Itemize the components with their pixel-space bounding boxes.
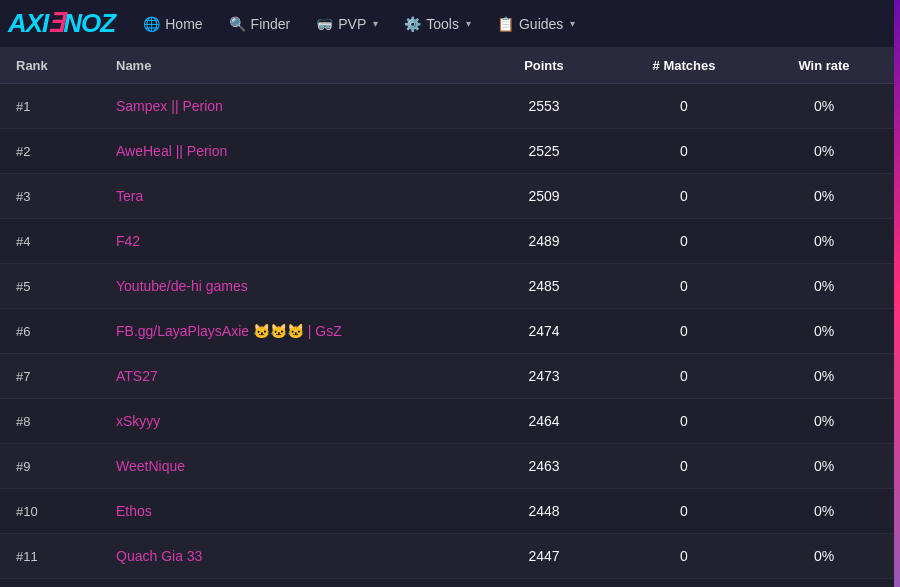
cell-matches: 0 bbox=[604, 368, 764, 384]
table-row: #12 Acasiox | spG 🐸 2446 0 0% bbox=[0, 579, 900, 587]
cell-matches: 0 bbox=[604, 143, 764, 159]
header-rank: Rank bbox=[16, 58, 116, 73]
cell-winrate: 0% bbox=[764, 98, 884, 114]
cell-rank: #1 bbox=[16, 99, 116, 114]
cell-matches: 0 bbox=[604, 548, 764, 564]
cell-points: 2473 bbox=[484, 368, 604, 384]
cell-rank: #4 bbox=[16, 234, 116, 249]
logo-part1: AXI bbox=[8, 8, 48, 38]
logo-part3: NOZ bbox=[63, 8, 115, 38]
cell-winrate: 0% bbox=[764, 143, 884, 159]
leaderboard-table: #1 Sampex || Perion 2553 0 0% #2 AweHeal… bbox=[0, 84, 900, 587]
cell-rank: #8 bbox=[16, 414, 116, 429]
cell-name[interactable]: F42 bbox=[116, 233, 484, 249]
cell-matches: 0 bbox=[604, 233, 764, 249]
cell-points: 2525 bbox=[484, 143, 604, 159]
cell-rank: #9 bbox=[16, 459, 116, 474]
nav-finder-label: Finder bbox=[251, 16, 291, 32]
cell-points: 2553 bbox=[484, 98, 604, 114]
cell-winrate: 0% bbox=[764, 188, 884, 204]
cell-rank: #11 bbox=[16, 549, 116, 564]
cell-rank: #2 bbox=[16, 144, 116, 159]
cell-name[interactable]: AweHeal || Perion bbox=[116, 143, 484, 159]
nav-pvp[interactable]: 🥽 PVP ▾ bbox=[304, 10, 390, 38]
cell-name[interactable]: FB.gg/LayaPlaysAxie 🐱🐱🐱 | GsZ bbox=[116, 323, 484, 339]
table-row: #3 Tera 2509 0 0% bbox=[0, 174, 900, 219]
table-row: #1 Sampex || Perion 2553 0 0% bbox=[0, 84, 900, 129]
cell-winrate: 0% bbox=[764, 233, 884, 249]
cell-points: 2485 bbox=[484, 278, 604, 294]
nav-guides[interactable]: 📋 Guides ▾ bbox=[485, 10, 587, 38]
cell-matches: 0 bbox=[604, 503, 764, 519]
cell-name[interactable]: Sampex || Perion bbox=[116, 98, 484, 114]
table-row: #5 Youtube/de-hi games 2485 0 0% bbox=[0, 264, 900, 309]
table-row: #4 F42 2489 0 0% bbox=[0, 219, 900, 264]
tools-chevron-icon: ▾ bbox=[466, 18, 471, 29]
cell-points: 2464 bbox=[484, 413, 604, 429]
tools-icon: ⚙️ bbox=[404, 16, 421, 32]
cell-matches: 0 bbox=[604, 458, 764, 474]
cell-winrate: 0% bbox=[764, 368, 884, 384]
finder-icon: 🔍 bbox=[229, 16, 246, 32]
cell-name[interactable]: ATS27 bbox=[116, 368, 484, 384]
cell-name[interactable]: Youtube/de-hi games bbox=[116, 278, 484, 294]
cell-matches: 0 bbox=[604, 278, 764, 294]
nav-tools-label: Tools bbox=[426, 16, 459, 32]
guides-icon: 📋 bbox=[497, 16, 514, 32]
header-matches: # Matches bbox=[604, 58, 764, 73]
home-icon: 🌐 bbox=[143, 16, 160, 32]
pvp-chevron-icon: ▾ bbox=[373, 18, 378, 29]
cell-rank: #3 bbox=[16, 189, 116, 204]
cell-rank: #5 bbox=[16, 279, 116, 294]
nav-guides-label: Guides bbox=[519, 16, 563, 32]
cell-name[interactable]: Ethos bbox=[116, 503, 484, 519]
cell-matches: 0 bbox=[604, 98, 764, 114]
cell-matches: 0 bbox=[604, 188, 764, 204]
cell-points: 2463 bbox=[484, 458, 604, 474]
cell-name[interactable]: Quach Gia 33 bbox=[116, 548, 484, 564]
cell-winrate: 0% bbox=[764, 413, 884, 429]
cell-winrate: 0% bbox=[764, 503, 884, 519]
logo-part2: Ǝ bbox=[48, 8, 63, 38]
cell-winrate: 0% bbox=[764, 548, 884, 564]
table-row: #9 WeetNique 2463 0 0% bbox=[0, 444, 900, 489]
right-accent-bar bbox=[894, 0, 900, 587]
header-points: Points bbox=[484, 58, 604, 73]
table-row: #11 Quach Gia 33 2447 0 0% bbox=[0, 534, 900, 579]
nav-pvp-label: PVP bbox=[338, 16, 366, 32]
cell-name[interactable]: xSkyyy bbox=[116, 413, 484, 429]
table-row: #10 Ethos 2448 0 0% bbox=[0, 489, 900, 534]
header-winrate: Win rate bbox=[764, 58, 884, 73]
logo[interactable]: AXIƎNOZ bbox=[8, 8, 115, 39]
cell-winrate: 0% bbox=[764, 323, 884, 339]
nav-tools[interactable]: ⚙️ Tools ▾ bbox=[392, 10, 483, 38]
guides-chevron-icon: ▾ bbox=[570, 18, 575, 29]
nav-finder[interactable]: 🔍 Finder bbox=[217, 10, 303, 38]
cell-points: 2509 bbox=[484, 188, 604, 204]
cell-rank: #6 bbox=[16, 324, 116, 339]
nav-items: 🌐 Home 🔍 Finder 🥽 PVP ▾ ⚙️ Tools ▾ 📋 Gui… bbox=[131, 10, 892, 38]
cell-rank: #7 bbox=[16, 369, 116, 384]
table-row: #8 xSkyyy 2464 0 0% bbox=[0, 399, 900, 444]
cell-rank: #10 bbox=[16, 504, 116, 519]
nav-home[interactable]: 🌐 Home bbox=[131, 10, 214, 38]
cell-winrate: 0% bbox=[764, 278, 884, 294]
cell-name[interactable]: WeetNique bbox=[116, 458, 484, 474]
cell-points: 2474 bbox=[484, 323, 604, 339]
cell-points: 2447 bbox=[484, 548, 604, 564]
cell-points: 2489 bbox=[484, 233, 604, 249]
cell-matches: 0 bbox=[604, 413, 764, 429]
cell-matches: 0 bbox=[604, 323, 764, 339]
table-row: #6 FB.gg/LayaPlaysAxie 🐱🐱🐱 | GsZ 2474 0 … bbox=[0, 309, 900, 354]
cell-name[interactable]: Tera bbox=[116, 188, 484, 204]
nav-home-label: Home bbox=[165, 16, 202, 32]
header-name: Name bbox=[116, 58, 484, 73]
cell-winrate: 0% bbox=[764, 458, 884, 474]
table-row: #2 AweHeal || Perion 2525 0 0% bbox=[0, 129, 900, 174]
cell-points: 2448 bbox=[484, 503, 604, 519]
table-row: #7 ATS27 2473 0 0% bbox=[0, 354, 900, 399]
navbar: AXIƎNOZ 🌐 Home 🔍 Finder 🥽 PVP ▾ ⚙️ Tools… bbox=[0, 0, 900, 48]
table-header: Rank Name Points # Matches Win rate bbox=[0, 48, 900, 84]
pvp-icon: 🥽 bbox=[316, 16, 333, 32]
